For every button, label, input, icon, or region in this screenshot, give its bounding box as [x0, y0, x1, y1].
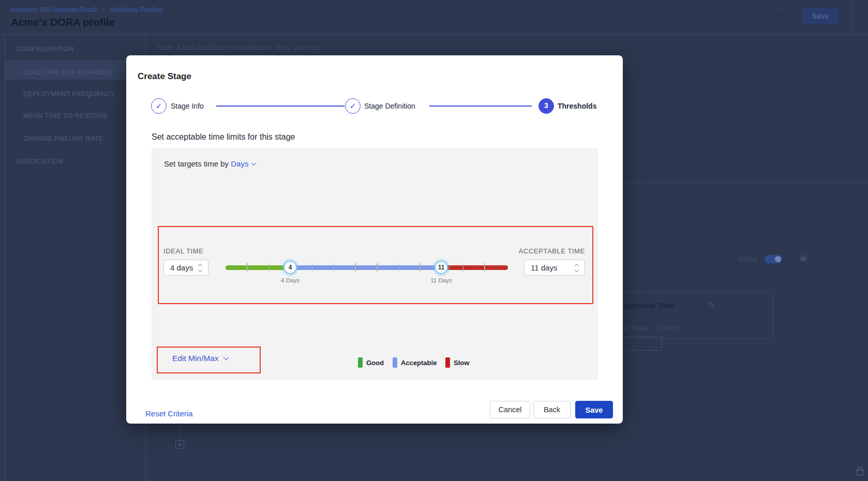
ideal-time-input[interactable] — [163, 260, 208, 276]
legend-label-acceptable: Acceptable — [401, 359, 437, 367]
header-divider — [851, 0, 851, 30]
modal-back-button[interactable]: Back — [533, 401, 571, 418]
thresholds-panel: Set targets time by Days IDEAL TIME ACCE… — [152, 148, 598, 380]
active-toggle-label: Active — [739, 255, 758, 263]
acceptable-time-input[interactable] — [524, 260, 585, 276]
step-connector-2 — [429, 106, 532, 107]
background-divider-line — [623, 183, 868, 183]
sidebar-section-configuration[interactable]: CONFIGURATION — [17, 44, 73, 54]
bottom-right-lock-icon[interactable] — [856, 470, 863, 475]
page-title: Acme's DORA profile — [11, 17, 115, 28]
slider-tick — [334, 263, 335, 272]
slider-segment-acceptable — [290, 265, 441, 270]
set-targets-label: Set targets time by — [164, 159, 229, 168]
active-toggle[interactable] — [765, 255, 782, 263]
legend-swatch-good — [358, 357, 363, 368]
slider-segment-good — [226, 265, 290, 270]
connector-dashed-line — [179, 424, 180, 441]
slider-handle-high[interactable]: 11 — [435, 261, 448, 274]
acceptable-time-value[interactable] — [531, 260, 567, 275]
legend-label-good: Good — [366, 359, 384, 367]
slider-tick — [247, 263, 248, 272]
step-3-number-badge[interactable]: 3 — [538, 98, 554, 114]
modal-title: Create Stage — [138, 71, 191, 82]
slider-tick — [463, 263, 464, 272]
sidebar-left-border — [5, 34, 5, 481]
step-connector-1 — [216, 106, 345, 107]
slider-tick — [312, 263, 313, 272]
sidebar-item-lead-time-for-changes[interactable]: LEAD TIME FOR CHANGES — [23, 67, 112, 78]
create-stage-modal: Create Stage ✓ Stage Info ✓ Stage Defini… — [126, 55, 623, 424]
slider-handle-low[interactable]: 4 — [283, 261, 297, 274]
slider-caption-high: 11 Days — [421, 277, 462, 283]
lock-icon[interactable] — [800, 257, 806, 261]
step-2-label[interactable]: Stage Definition — [364, 98, 415, 114]
ideal-time-value[interactable] — [170, 260, 197, 275]
header-cancel-button[interactable]: Cancel — [764, 11, 793, 22]
number-stepper[interactable] — [198, 263, 203, 274]
sidebar-section-association[interactable]: ASSOCIATION — [17, 156, 63, 167]
stepper-down-icon[interactable] — [198, 268, 202, 272]
stage-card-title: Approval Time — [624, 302, 674, 310]
header-save-button[interactable]: Save — [802, 8, 839, 24]
slider-segment-slow — [441, 265, 508, 270]
thresholds-subtitle: Set acceptable time limits for this stag… — [152, 132, 295, 142]
chevron-down-icon — [251, 160, 257, 166]
stage-card-value: et Value - 10 days — [624, 324, 680, 332]
reset-criteria-link[interactable]: Reset Criteria — [145, 409, 193, 418]
ideal-time-label: IDEAL TIME — [163, 247, 204, 255]
add-stage-button[interactable]: + — [175, 440, 184, 449]
modal-cancel-button[interactable]: Cancel — [490, 401, 530, 418]
step-3-label[interactable]: Thresholds — [558, 98, 596, 114]
acceptable-time-label: ACCEPTABLE TIME — [462, 247, 585, 255]
step-2-check-icon[interactable]: ✓ — [345, 98, 361, 114]
slider-tick — [484, 263, 485, 272]
legend-label-slow: Slow — [454, 359, 469, 367]
threshold-slider[interactable]: 4 11 — [226, 265, 508, 270]
breadcrumb-workflow-profiles-link[interactable]: Workflow Profiles — [110, 6, 163, 13]
task-note-text: Note: A task could be a new feature, sto… — [157, 43, 321, 52]
number-stepper[interactable] — [575, 263, 580, 274]
modal-save-button[interactable]: Save — [575, 401, 613, 418]
slider-tick — [377, 263, 378, 272]
set-targets-row: Set targets time by Days — [164, 159, 256, 168]
slider-tick — [355, 263, 356, 272]
stepper-down-icon[interactable] — [575, 268, 579, 272]
slider-track[interactable] — [226, 265, 508, 270]
sidebar-item-change-failure-rate[interactable]: CHANGE FAILURE RATE — [23, 133, 103, 144]
slider-tick — [420, 263, 421, 272]
slider-caption-low: 4 Days — [270, 277, 311, 283]
breadcrumb: Account: SEI-Internal-Prod2›Workflow Pro… — [11, 5, 163, 13]
step-1-label[interactable]: Stage Info — [171, 98, 204, 114]
toggle-knob — [775, 256, 781, 262]
edit-pencil-icon[interactable]: ✎ — [709, 300, 715, 309]
edit-minmax-toggle[interactable]: Edit Min/Max — [172, 354, 228, 363]
sidebar-item-deployment-frequency[interactable]: DEPLOYMENT FREQUENCY — [23, 89, 115, 99]
sidebar-item-mean-time-to-restore[interactable]: MEAN TIME TO RESTORE — [23, 111, 108, 121]
time-unit-dropdown[interactable]: Days — [231, 159, 256, 168]
chevron-down-icon — [223, 354, 229, 360]
step-1-check-icon[interactable]: ✓ — [151, 98, 167, 114]
header-bottom-border — [0, 34, 868, 35]
slider-tick — [398, 263, 399, 272]
breadcrumb-chevron-icon: › — [102, 5, 105, 13]
slider-tick — [269, 263, 270, 272]
breadcrumb-account-link[interactable]: Account: SEI-Internal-Prod2 — [11, 6, 98, 13]
legend-swatch-slow — [445, 357, 450, 368]
legend-swatch-acceptable — [393, 357, 397, 368]
